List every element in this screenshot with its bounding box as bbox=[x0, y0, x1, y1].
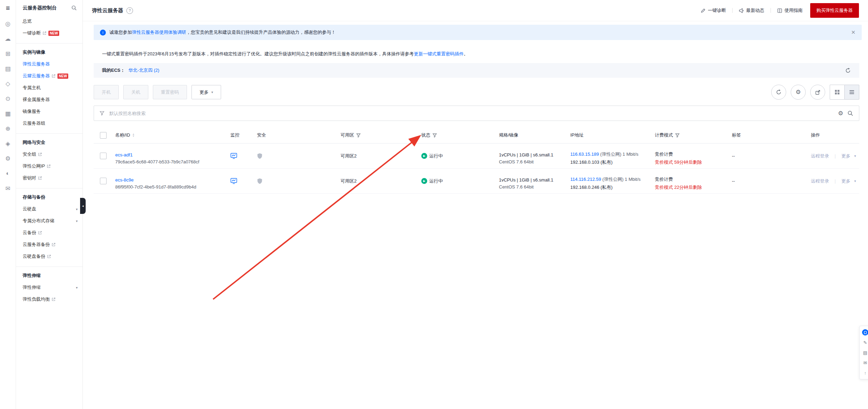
remote-login-link[interactable]: 远程登录 bbox=[811, 178, 829, 184]
refresh-button[interactable] bbox=[771, 85, 786, 100]
eip-link[interactable]: 114.116.212.59 bbox=[570, 177, 601, 182]
menu-icon[interactable]: ≡ bbox=[4, 4, 12, 12]
sidebar-item-cbr[interactable]: 云备份 bbox=[16, 227, 83, 239]
sidebar-item-dss[interactable]: 专属分布式存储 ▾ bbox=[16, 215, 83, 227]
search-input[interactable] bbox=[109, 110, 834, 116]
guide-action[interactable]: 使用指南 bbox=[777, 7, 803, 14]
external-link-icon bbox=[52, 74, 56, 78]
messages-icon[interactable]: ✉ bbox=[4, 185, 12, 192]
billing-cell: 竞价计费 竞价模式 59分钟后删除 bbox=[652, 146, 729, 165]
reset-password-button[interactable]: 重置密码 bbox=[153, 85, 187, 99]
news-action[interactable]: 最新动态 bbox=[739, 7, 764, 14]
filter-funnel-icon[interactable] bbox=[432, 133, 437, 138]
cloud-services-icon[interactable]: ☁ bbox=[4, 35, 12, 43]
sidebar-item-eip[interactable]: 弹性公网IP bbox=[16, 160, 83, 172]
monitoring-icon[interactable] bbox=[230, 178, 237, 184]
management-icon[interactable]: ◈ bbox=[4, 140, 12, 147]
sidebar-item-as[interactable]: 弹性伸缩 ▾ bbox=[16, 281, 83, 293]
filter-funnel-icon[interactable] bbox=[675, 133, 680, 138]
sidebar-search-icon[interactable] bbox=[71, 5, 77, 11]
sidebar-item-image-service[interactable]: 镜像服务 bbox=[16, 106, 83, 117]
server-name-link[interactable]: ecs-8c9e bbox=[115, 177, 134, 183]
security-icon[interactable]: ⊕ bbox=[4, 125, 12, 132]
sidebar-item-dedicated-host[interactable]: 专属主机 bbox=[16, 82, 83, 94]
documents-icon[interactable]: ▤ bbox=[4, 65, 12, 72]
remote-login-link[interactable]: 远程登录 bbox=[811, 153, 829, 159]
sort-icon[interactable]: ▲▼ bbox=[132, 133, 135, 137]
security-cell bbox=[254, 178, 338, 184]
sidebar-item-ecs[interactable]: 弹性云服务器 bbox=[16, 58, 83, 70]
server-name-link[interactable]: ecs-adf1 bbox=[115, 152, 133, 157]
row-checkbox[interactable] bbox=[100, 153, 107, 159]
help-icon[interactable]: ? bbox=[126, 7, 133, 14]
list-view-button[interactable] bbox=[844, 85, 859, 100]
row-more-link[interactable]: 更多 bbox=[841, 178, 850, 184]
sidebar-item-bare-metal[interactable]: 裸金属服务器 bbox=[16, 94, 83, 106]
export-button[interactable] bbox=[810, 85, 825, 100]
new-badge: NEW bbox=[57, 74, 68, 79]
chevron-down-icon: ▾ bbox=[854, 179, 856, 183]
sidebar-item-evs[interactable]: 云硬盘 ▾ bbox=[16, 203, 83, 215]
sidebar-item-server-group[interactable]: 云服务器组 bbox=[16, 117, 83, 129]
sidebar-item-disk-backup[interactable]: 云硬盘备份 bbox=[16, 250, 83, 262]
divider bbox=[732, 8, 733, 13]
monitoring-icon[interactable] bbox=[230, 153, 237, 159]
survey-link[interactable]: 弹性云服务器使用体验调研 bbox=[132, 30, 186, 35]
support-icon[interactable]: Ω bbox=[862, 329, 868, 335]
external-link-icon bbox=[38, 176, 42, 180]
update-plugin-link[interactable]: 更新一键式重置密码插件 bbox=[414, 51, 464, 56]
row-checkbox[interactable] bbox=[100, 178, 107, 184]
shield-icon[interactable] bbox=[257, 153, 263, 159]
plugin-notice: 一键式重置密码插件于2023年6月15号发布了新版本，对插件稳定性进行了优化。建… bbox=[94, 47, 859, 63]
card-view-button[interactable] bbox=[830, 85, 844, 100]
eip-link[interactable]: 116.63.15.189 bbox=[570, 152, 599, 157]
filter-funnel-icon bbox=[100, 111, 104, 116]
sidebar-item-overview[interactable]: 总览 bbox=[16, 15, 83, 27]
power-on-button[interactable]: 开机 bbox=[94, 85, 119, 99]
server-list-card: 一键式重置密码插件于2023年6月15号发布了新版本，对插件稳定性进行了优化。建… bbox=[94, 47, 859, 194]
sidebar-item-security-group[interactable]: 安全组 bbox=[16, 148, 83, 160]
more-actions-button[interactable]: 更多 ▾ bbox=[191, 85, 221, 99]
overview-icon[interactable]: ◎ bbox=[4, 20, 12, 28]
network-icon[interactable]: ⊙ bbox=[4, 95, 12, 102]
search-settings-icon[interactable]: ⚙ bbox=[838, 110, 843, 117]
billing-cell: 竞价计费 竞价模式 22分钟后删除 bbox=[652, 171, 729, 191]
compute-icon[interactable]: ⊞ bbox=[4, 50, 12, 57]
back-to-top-icon[interactable]: ↑ bbox=[862, 370, 868, 376]
row-more-link[interactable]: 更多 bbox=[841, 153, 850, 159]
developer-icon[interactable]: ◐ bbox=[4, 170, 12, 177]
sidebar-item-diagnose[interactable]: 一键诊断 NEW bbox=[16, 27, 83, 39]
shield-icon[interactable] bbox=[257, 178, 263, 184]
settings-rail-icon[interactable]: ⚙ bbox=[4, 155, 12, 162]
ticket-icon[interactable]: ▤ bbox=[862, 349, 868, 356]
external-link-icon bbox=[47, 254, 51, 258]
sidebar-item-keypair[interactable]: 密钥对 bbox=[16, 172, 83, 184]
settings-button[interactable]: ⚙ bbox=[791, 85, 806, 100]
diagnose-action[interactable]: 一键诊断 bbox=[701, 7, 726, 14]
sidebar-collapse-handle[interactable]: ◂ bbox=[80, 198, 86, 214]
filter-funnel-icon[interactable] bbox=[356, 133, 361, 138]
server-row: ecs-adf1 79c6ace5-6c68-4077-b533-7b9c7a0… bbox=[94, 144, 859, 169]
power-off-button[interactable]: 关机 bbox=[123, 85, 148, 99]
sidebar-item-elb[interactable]: 弹性负载均衡 bbox=[16, 293, 83, 305]
my-ecs-label: 我的ECS： bbox=[102, 67, 125, 74]
database-icon[interactable]: ◇ bbox=[4, 80, 12, 87]
feedback-icon[interactable]: ✎ bbox=[862, 339, 868, 346]
sidebar-item-hecs[interactable]: 云耀云服务器 NEW bbox=[16, 70, 83, 82]
search-bar: ⚙ bbox=[94, 106, 859, 121]
select-all-checkbox[interactable] bbox=[100, 132, 107, 139]
search-icon[interactable] bbox=[847, 110, 853, 116]
status-running-icon: ▶ bbox=[421, 178, 427, 184]
message-icon[interactable]: ✉ bbox=[862, 360, 868, 366]
service-rail: ≡ ◎ ☁ ⊞ ▤ ◇ ⊙ ▦ ⊕ ◈ ⚙ ◐ ✉ bbox=[0, 0, 16, 409]
column-billing: 计费模式 bbox=[652, 132, 729, 138]
operations-cell: 远程登录 | 更多 ▾ bbox=[808, 178, 859, 184]
region-link[interactable]: 华北-北京四 (2) bbox=[128, 67, 159, 74]
storage-icon[interactable]: ▦ bbox=[4, 110, 12, 117]
divider: | bbox=[835, 178, 836, 184]
refresh-icon[interactable] bbox=[845, 68, 851, 74]
view-switcher bbox=[830, 85, 859, 100]
sidebar-item-server-backup[interactable]: 云服务器备份 bbox=[16, 239, 83, 250]
buy-ecs-button[interactable]: 购买弹性云服务器 bbox=[810, 3, 859, 18]
banner-close-icon[interactable]: ✕ bbox=[851, 29, 855, 36]
